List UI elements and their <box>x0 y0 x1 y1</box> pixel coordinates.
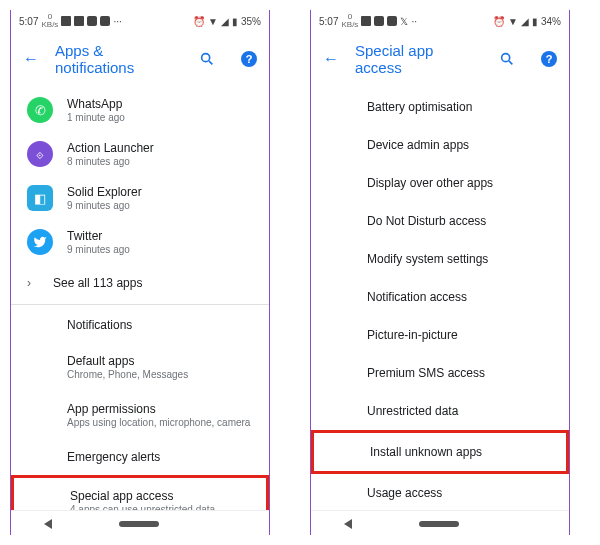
help-icon[interactable]: ? <box>541 51 557 67</box>
app-name: Solid Explorer <box>67 185 253 199</box>
chevron-right-icon: › <box>27 276 31 290</box>
net-speed: 0KB/s <box>41 13 58 29</box>
item-device-admin-apps[interactable]: Device admin apps <box>311 126 569 164</box>
settings-default-apps[interactable]: Default apps Chrome, Phone, Messages <box>11 343 269 391</box>
svg-line-3 <box>509 61 512 64</box>
item-premium-sms-access[interactable]: Premium SMS access <box>311 354 569 392</box>
phone-right: 5:07 0KB/s 𝕏 ·· ⏰ ▼ ◢ ▮ 34% ← Special ap… <box>310 10 570 535</box>
nav-home-icon[interactable] <box>119 521 159 527</box>
signal-icon: ◢ <box>221 16 229 27</box>
nav-bar <box>311 510 569 535</box>
app-row-whatsapp[interactable]: ✆ WhatsApp 1 minute ago <box>11 88 269 132</box>
settings-emergency-alerts[interactable]: Emergency alerts <box>11 439 269 475</box>
notif-icon <box>361 16 371 26</box>
settings-sub: Apps using location, microphone, camera <box>67 417 253 428</box>
item-usage-access[interactable]: Usage access <box>311 474 569 510</box>
settings-app-permissions[interactable]: App permissions Apps using location, mic… <box>11 391 269 439</box>
see-all-apps[interactable]: › See all 113 apps <box>11 264 269 302</box>
app-sub: 9 minutes ago <box>67 244 253 255</box>
whatsapp-status-icon <box>374 16 384 26</box>
settings-sub: Chrome, Phone, Messages <box>67 369 253 380</box>
svg-point-0 <box>202 54 210 62</box>
action-launcher-icon: ⟐ <box>27 141 53 167</box>
more-dots: ·· <box>411 16 417 27</box>
page-title: Special app access <box>355 42 473 76</box>
status-bar: 5:07 0KB/s 𝕏 ·· ⏰ ▼ ◢ ▮ 34% <box>311 10 569 32</box>
signal-icon: ◢ <box>521 16 529 27</box>
battery-pct: 35% <box>241 16 261 27</box>
nav-bar <box>11 510 269 535</box>
notif-icon <box>100 16 110 26</box>
app-name: Action Launcher <box>67 141 253 155</box>
app-name: WhatsApp <box>67 97 253 111</box>
item-unrestricted-data[interactable]: Unrestricted data <box>311 392 569 430</box>
item-modify-system-settings[interactable]: Modify system settings <box>311 240 569 278</box>
page-title: Apps & notifications <box>55 42 173 76</box>
svg-point-2 <box>502 54 510 62</box>
phone-left: 5:07 0KB/s ··· ⏰ ▼ ◢ ▮ 35% ← Apps & noti… <box>10 10 270 535</box>
whatsapp-status-icon <box>87 16 97 26</box>
whatsapp-icon: ✆ <box>27 97 53 123</box>
app-sub: 9 minutes ago <box>67 200 253 211</box>
battery-icon: ▮ <box>532 16 538 27</box>
notif-icon <box>387 16 397 26</box>
net-speed: 0KB/s <box>341 13 358 29</box>
wifi-icon: ▼ <box>208 16 218 27</box>
alarm-icon: ⏰ <box>493 16 505 27</box>
content-area: ✆ WhatsApp 1 minute ago ⟐ Action Launche… <box>11 88 269 510</box>
back-arrow-icon[interactable]: ← <box>323 50 339 68</box>
more-dots: ··· <box>113 16 121 27</box>
twitter-status-icon: 𝕏 <box>400 16 408 27</box>
app-sub: 1 minute ago <box>67 112 253 123</box>
settings-notifications[interactable]: Notifications <box>11 307 269 343</box>
search-icon[interactable] <box>499 51 515 67</box>
svg-line-1 <box>209 61 212 64</box>
settings-title: Special app access <box>70 489 250 503</box>
app-row-twitter[interactable]: Twitter 9 minutes ago <box>11 220 269 264</box>
battery-pct: 34% <box>541 16 561 27</box>
item-notification-access[interactable]: Notification access <box>311 278 569 316</box>
notif-icon <box>61 16 71 26</box>
status-time: 5:07 <box>319 16 338 27</box>
nav-home-icon[interactable] <box>419 521 459 527</box>
solid-explorer-icon: ◧ <box>27 185 53 211</box>
see-all-label: See all 113 apps <box>53 276 142 290</box>
status-time: 5:07 <box>19 16 38 27</box>
alarm-icon: ⏰ <box>193 16 205 27</box>
status-left: 5:07 0KB/s 𝕏 ·· <box>319 13 417 29</box>
status-left: 5:07 0KB/s ··· <box>19 13 122 29</box>
nav-back-icon[interactable] <box>344 519 352 529</box>
settings-special-app-access[interactable]: Special app access 4 apps can use unrest… <box>11 475 269 510</box>
item-install-unknown-apps[interactable]: Install unknown apps <box>311 430 569 474</box>
search-icon[interactable] <box>199 51 215 67</box>
wifi-icon: ▼ <box>508 16 518 27</box>
notif-icon <box>74 16 84 26</box>
app-header: ← Apps & notifications ? <box>11 32 269 88</box>
settings-title: Default apps <box>67 354 253 368</box>
app-name: Twitter <box>67 229 253 243</box>
item-picture-in-picture[interactable]: Picture-in-picture <box>311 316 569 354</box>
item-do-not-disturb-access[interactable]: Do Not Disturb access <box>311 202 569 240</box>
app-row-solid-explorer[interactable]: ◧ Solid Explorer 9 minutes ago <box>11 176 269 220</box>
divider <box>11 304 269 305</box>
status-bar: 5:07 0KB/s ··· ⏰ ▼ ◢ ▮ 35% <box>11 10 269 32</box>
settings-title: Notifications <box>67 318 253 332</box>
app-row-action-launcher[interactable]: ⟐ Action Launcher 8 minutes ago <box>11 132 269 176</box>
app-sub: 8 minutes ago <box>67 156 253 167</box>
status-right: ⏰ ▼ ◢ ▮ 35% <box>193 16 261 27</box>
settings-title: App permissions <box>67 402 253 416</box>
help-icon[interactable]: ? <box>241 51 257 67</box>
battery-icon: ▮ <box>232 16 238 27</box>
back-arrow-icon[interactable]: ← <box>23 50 39 68</box>
twitter-icon <box>27 229 53 255</box>
nav-back-icon[interactable] <box>44 519 52 529</box>
content-area: Battery optimisation Device admin apps D… <box>311 88 569 510</box>
item-battery-optimisation[interactable]: Battery optimisation <box>311 88 569 126</box>
status-right: ⏰ ▼ ◢ ▮ 34% <box>493 16 561 27</box>
app-header: ← Special app access ? <box>311 32 569 88</box>
item-display-over-other-apps[interactable]: Display over other apps <box>311 164 569 202</box>
settings-title: Emergency alerts <box>67 450 253 464</box>
